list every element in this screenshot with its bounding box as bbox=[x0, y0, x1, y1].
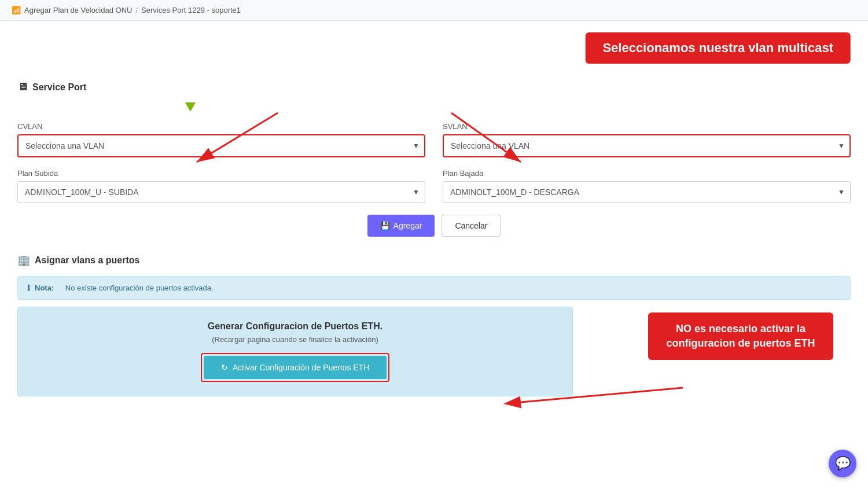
cvlan-group: CVLAN Selecciona una VLAN ▼ bbox=[17, 122, 425, 157]
chat-button[interactable]: 💬 bbox=[829, 450, 856, 477]
building-icon: 🏢 bbox=[17, 254, 30, 267]
asignar-header: 🏢 Asignar vlans a puertos bbox=[17, 254, 851, 267]
nota-detail: No existe configuración de puertos activ… bbox=[65, 284, 214, 292]
breadcrumb-separator: / bbox=[135, 6, 138, 14]
plan-bajada-label: Plan Bajada bbox=[443, 169, 851, 178]
nota-box: ℹ Nota: No existe configuración de puert… bbox=[17, 276, 851, 300]
wifi-icon: 📶 bbox=[12, 6, 21, 14]
annotation-right: NO es necesario activar la configuracion… bbox=[648, 312, 833, 360]
nota-bold: Nota: bbox=[35, 284, 54, 292]
cvlan-select[interactable]: Selecciona una VLAN bbox=[17, 134, 425, 157]
plan-bajada-group: Plan Bajada ADMINOLT_100M_D - DESCARGA ▼ bbox=[443, 169, 851, 203]
refresh-icon: ↻ bbox=[221, 363, 228, 372]
activar-button[interactable]: ↻ Activar Configuración de Puertos ETH bbox=[204, 356, 387, 379]
generar-subtitle: (Recargar pagina cuando se finalice la a… bbox=[27, 335, 563, 344]
generar-box: Generar Configuracion de Puertos ETH. (R… bbox=[17, 307, 573, 396]
cancelar-button[interactable]: Cancelar bbox=[442, 215, 501, 237]
plan-bajada-select[interactable]: ADMINOLT_100M_D - DESCARGA bbox=[443, 181, 851, 203]
agregar-button[interactable]: 💾 Agregar bbox=[367, 215, 435, 237]
save-icon: 💾 bbox=[380, 221, 390, 230]
svlan-group: SVLAN Selecciona una VLAN ▼ bbox=[443, 122, 851, 157]
cvlan-label: CVLAN bbox=[17, 122, 425, 131]
activar-btn-wrapper: ↻ Activar Configuración de Puertos ETH bbox=[201, 353, 390, 382]
asignar-section: 🏢 Asignar vlans a puertos bbox=[17, 254, 851, 267]
plan-subida-group: Plan Subida ADMINOLT_100M_U - SUBIDA ▼ bbox=[17, 169, 425, 203]
annotation-top: Seleccionamos nuestra vlan multicast bbox=[585, 32, 851, 64]
generar-title: Generar Configuracion de Puertos ETH. bbox=[27, 321, 563, 332]
svlan-select[interactable]: Selecciona una VLAN bbox=[443, 134, 851, 157]
service-port-form: CVLAN Selecciona una VLAN ▼ SVLAN Selecc… bbox=[17, 122, 851, 203]
breadcrumb: 📶 Agregar Plan de Velocidad ONU / Servic… bbox=[0, 0, 868, 21]
service-port-header: 🖥 Service Port bbox=[17, 81, 851, 93]
plan-subida-label: Plan Subida bbox=[17, 169, 425, 178]
breadcrumb-item-1: Agregar Plan de Velocidad ONU bbox=[24, 6, 132, 14]
form-buttons: 💾 Agregar Cancelar bbox=[17, 215, 851, 237]
server-icon: 🖥 bbox=[17, 81, 28, 93]
breadcrumb-item-2: Services Port 1229 - soporte1 bbox=[141, 6, 241, 14]
chat-icon: 💬 bbox=[835, 456, 851, 471]
info-icon: ℹ bbox=[27, 284, 30, 292]
plan-subida-select[interactable]: ADMINOLT_100M_U - SUBIDA bbox=[17, 181, 425, 203]
svlan-label: SVLAN bbox=[443, 122, 851, 131]
